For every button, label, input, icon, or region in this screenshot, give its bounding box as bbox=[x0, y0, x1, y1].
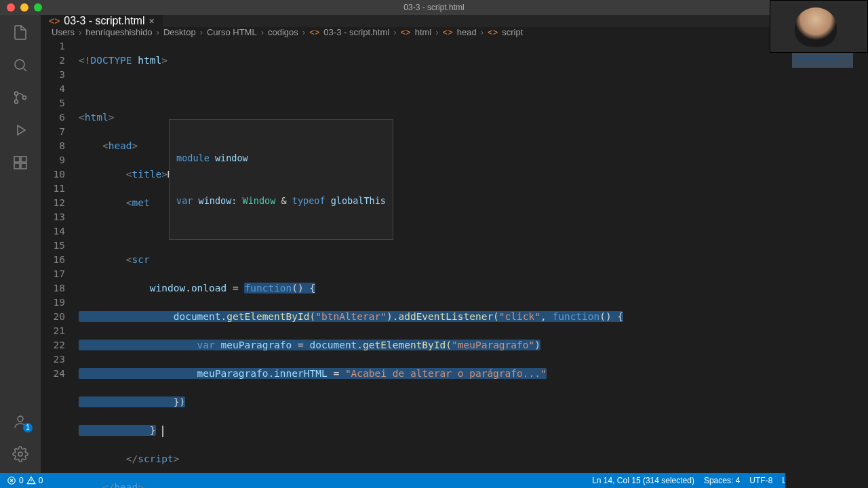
tab-scripthtml[interactable]: <> 03-3 - script.html × bbox=[41, 15, 163, 27]
tab-label: 03-3 - script.html bbox=[64, 15, 144, 27]
tag-icon: <> bbox=[488, 27, 498, 37]
close-tab-icon[interactable]: × bbox=[149, 16, 155, 26]
editor-tabs: <> 03-3 - script.html × bbox=[41, 15, 868, 27]
breadcrumb-item[interactable]: Users bbox=[52, 27, 75, 37]
svg-rect-6 bbox=[14, 163, 20, 169]
svg-point-9 bbox=[18, 452, 22, 456]
breadcrumb-item[interactable]: Desktop bbox=[163, 27, 196, 37]
svg-point-1 bbox=[15, 92, 18, 96]
errors-count: 0 bbox=[19, 476, 24, 485]
breadcrumb-item[interactable]: html bbox=[415, 27, 432, 37]
breadcrumb-item[interactable]: codigos bbox=[268, 27, 298, 37]
tag-icon: <> bbox=[443, 27, 453, 37]
breadcrumb-item[interactable]: Curso HTML bbox=[207, 27, 257, 37]
svg-point-0 bbox=[15, 60, 24, 69]
explorer-icon[interactable] bbox=[11, 23, 30, 42]
extensions-icon[interactable] bbox=[11, 153, 30, 172]
activity-bar: 1 bbox=[0, 15, 41, 473]
source-control-icon[interactable] bbox=[11, 88, 30, 107]
breadcrumbs[interactable]: Users› henriqueshishido› Desktop› Curso … bbox=[41, 27, 868, 38]
run-debug-icon[interactable] bbox=[11, 121, 30, 140]
svg-rect-5 bbox=[21, 157, 26, 162]
tag-icon: <> bbox=[401, 27, 411, 37]
accounts-badge: 1 bbox=[23, 423, 33, 432]
code-content[interactable]: <!DOCTYPE html> <html> <head> <title>Min… bbox=[79, 38, 785, 488]
breadcrumb-item[interactable]: head bbox=[457, 27, 477, 37]
breadcrumb-item[interactable]: script bbox=[502, 27, 523, 37]
svg-point-8 bbox=[18, 416, 23, 422]
minimap[interactable] bbox=[785, 38, 868, 488]
minimize-window-button[interactable] bbox=[20, 3, 28, 12]
settings-gear-icon[interactable] bbox=[11, 445, 30, 464]
maximize-window-button[interactable] bbox=[34, 3, 42, 12]
code-editor[interactable]: 123456789101112131415161718192021222324 … bbox=[41, 38, 868, 488]
svg-rect-4 bbox=[14, 157, 20, 162]
window-title: 03-3 - script.html bbox=[403, 3, 464, 12]
svg-point-3 bbox=[23, 96, 26, 100]
breadcrumb-item[interactable]: 03-3 - script.html bbox=[323, 27, 389, 37]
window-controls bbox=[0, 3, 42, 12]
breadcrumb-item[interactable]: henriqueshishido bbox=[85, 27, 152, 37]
search-icon[interactable] bbox=[11, 56, 30, 75]
status-errors[interactable]: 0 0 bbox=[7, 476, 43, 485]
svg-rect-7 bbox=[21, 163, 26, 169]
close-window-button[interactable] bbox=[7, 3, 15, 12]
webcam-overlay bbox=[770, 0, 868, 53]
html-file-icon: <> bbox=[49, 16, 60, 26]
intellisense-hover: module window var window: Window & typeo… bbox=[169, 119, 393, 240]
html-file-icon: <> bbox=[309, 27, 319, 37]
accounts-icon[interactable]: 1 bbox=[11, 412, 30, 431]
line-number-gutter: 123456789101112131415161718192021222324 bbox=[41, 38, 79, 488]
titlebar: 03-3 - script.html bbox=[0, 0, 868, 15]
svg-point-2 bbox=[15, 100, 18, 104]
